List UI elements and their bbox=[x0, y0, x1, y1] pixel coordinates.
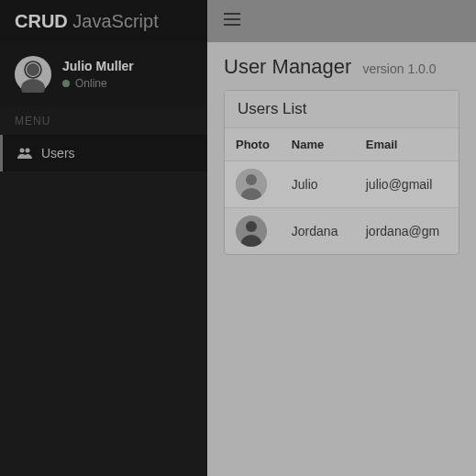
brand: CRUD JavaScript bbox=[0, 0, 207, 43]
brand-bold: CRUD bbox=[15, 11, 68, 31]
main: User Manager version 1.0.0 Users List Ph… bbox=[207, 0, 476, 476]
table-header-name: Name bbox=[281, 128, 355, 161]
user-panel: Julio Muller Online bbox=[0, 43, 207, 105]
avatar bbox=[236, 216, 267, 247]
svg-point-4 bbox=[20, 149, 25, 153]
brand-light: JavaScript bbox=[72, 11, 158, 31]
users-table: Photo Name Email Julio julio@gmail bbox=[225, 128, 459, 254]
sidebar: CRUD JavaScript Julio Muller Online MENU… bbox=[0, 0, 207, 476]
table-row[interactable]: Julio julio@gmail bbox=[225, 161, 459, 208]
user-status: Online bbox=[62, 77, 134, 90]
avatar bbox=[236, 169, 267, 200]
table-header-email: Email bbox=[355, 128, 459, 161]
menu-header: MENU bbox=[0, 105, 207, 135]
cell-email: jordana@gm bbox=[355, 208, 459, 255]
svg-point-13 bbox=[246, 221, 257, 232]
panel-title: Users List bbox=[225, 91, 459, 128]
user-status-text: Online bbox=[75, 77, 107, 90]
avatar bbox=[15, 56, 51, 93]
user-info: Julio Muller Online bbox=[62, 59, 134, 90]
topbar bbox=[207, 0, 476, 42]
status-dot-icon bbox=[62, 80, 70, 87]
users-icon bbox=[17, 146, 32, 161]
svg-point-10 bbox=[246, 174, 257, 185]
svg-point-5 bbox=[26, 149, 30, 153]
hamburger-icon[interactable] bbox=[224, 13, 240, 26]
cell-name: Julio bbox=[281, 161, 355, 208]
cell-email: julio@gmail bbox=[355, 161, 459, 208]
page-title: User Manager bbox=[224, 55, 351, 79]
sidebar-item-label: Users bbox=[41, 146, 75, 161]
users-panel: Users List Photo Name Email bbox=[224, 90, 459, 255]
table-header-photo: Photo bbox=[225, 128, 281, 161]
sidebar-item-users[interactable]: Users bbox=[0, 135, 207, 172]
svg-point-1 bbox=[27, 63, 39, 76]
table-row[interactable]: Jordana jordana@gm bbox=[225, 208, 459, 255]
user-name: Julio Muller bbox=[62, 59, 134, 73]
cell-name: Jordana bbox=[281, 208, 355, 255]
page-version: version 1.0.0 bbox=[362, 61, 436, 76]
page-header: User Manager version 1.0.0 bbox=[207, 42, 476, 90]
